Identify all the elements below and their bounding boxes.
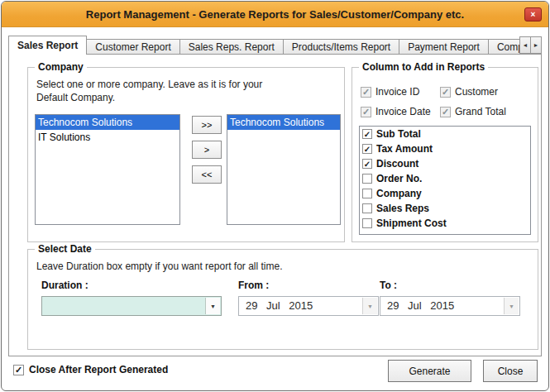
list-item[interactable]: Technocom Solutions	[227, 115, 340, 130]
checkbox-box: ✓	[361, 107, 371, 117]
checkbox-box[interactable]: ✓	[13, 365, 24, 375]
down-triangle-icon: ▼	[210, 304, 216, 309]
chevron-right-icon: ►	[533, 42, 539, 48]
checkmark-icon: ✓	[364, 160, 371, 169]
tab-customer-report[interactable]: Customer Report	[86, 39, 179, 55]
checkbox-label: Order No.	[376, 173, 422, 184]
checkbox-invoice-id: ✓ Invoice ID	[361, 86, 433, 98]
tab-strip: Sales Report Customer Report Sales Reps.…	[8, 36, 542, 55]
checkmark-icon: ✓	[362, 108, 370, 117]
checkbox-label: Grand Total	[455, 106, 506, 117]
checkbox-sales-reps[interactable]: Sales Reps	[360, 201, 530, 216]
checkbox-company[interactable]: Company	[360, 186, 530, 201]
checkbox-label: Tax Amount	[376, 143, 433, 155]
generate-button[interactable]: Generate	[388, 360, 471, 382]
checkbox-box: ✓	[361, 87, 371, 98]
move-right-button[interactable]: >	[192, 141, 222, 159]
to-date-value: 29 Jul 2015	[380, 297, 519, 315]
tab-scroll-right-button[interactable]: ►	[530, 36, 542, 54]
company-group-description: Select one or more company. Leave as it …	[36, 78, 285, 104]
checkmark-icon: ✓	[364, 130, 371, 139]
list-item[interactable]: IT Solutions	[36, 130, 179, 145]
checkbox-grand-total: ✓ Grand Total	[440, 106, 531, 117]
from-date-value: 29 Jul 2015	[239, 297, 378, 315]
checkbox-box[interactable]	[362, 218, 372, 228]
close-after-report-checkbox[interactable]: ✓ Close After Report Generated	[13, 364, 168, 375]
checkbox-label: Sales Reps	[376, 203, 429, 214]
checkbox-label: Customer	[455, 86, 498, 98]
columns-group: Column to Add in Reports ✓ Invoice ID ✓ …	[352, 67, 538, 242]
list-item[interactable]: Technocom Solutions	[36, 115, 179, 130]
checkbox-sub-total[interactable]: ✓ Sub Total	[360, 127, 530, 141]
sales-report-panel: Company Select one or more company. Leav…	[8, 54, 542, 356]
checkbox-box[interactable]: ✓	[362, 129, 372, 139]
checkbox-customer: ✓ Customer	[440, 86, 531, 98]
close-button[interactable]: Close	[483, 360, 538, 382]
from-date-picker[interactable]: 29 Jul 2015 ▼	[238, 296, 379, 316]
checkbox-discount[interactable]: ✓ Discount	[360, 156, 530, 171]
company-group: Company Select one or more company. Leav…	[27, 67, 345, 242]
company-group-title: Company	[35, 61, 87, 73]
checkbox-box[interactable]	[362, 174, 372, 184]
tab-sales-reps-report[interactable]: Sales Reps. Report	[179, 39, 284, 55]
checkmark-icon: ✓	[442, 108, 449, 117]
window-title: Report Management - Generate Reports for…	[2, 2, 548, 27]
chevron-left-icon: ◄	[523, 42, 528, 48]
checkbox-box[interactable]	[362, 189, 372, 198]
tab-sales-report[interactable]: Sales Report	[8, 36, 87, 55]
close-icon: ×	[531, 10, 536, 19]
fixed-columns: ✓ Invoice ID ✓ Customer ✓ Invoice Date ✓…	[361, 86, 531, 117]
available-companies-list[interactable]: Technocom Solutions IT Solutions	[35, 114, 180, 225]
checkmark-icon: ✓	[15, 366, 22, 375]
close-after-report-label: Close After Report Generated	[29, 364, 168, 375]
checkbox-tax-amount[interactable]: ✓ Tax Amount	[360, 141, 530, 156]
checkbox-shipment-cost[interactable]: Shipment Cost	[360, 216, 530, 231]
checkbox-label: Sub Total	[376, 128, 421, 140]
titlebar: Report Management - Generate Reports for…	[2, 2, 548, 27]
checkmark-icon: ✓	[364, 145, 371, 154]
checkbox-label: Invoice ID	[375, 86, 419, 98]
checkbox-box: ✓	[440, 107, 451, 117]
select-date-group: Select Date Leave Duration box empty if …	[27, 249, 538, 350]
dropdown-arrow-icon[interactable]: ▼	[504, 298, 519, 314]
checkbox-order-no[interactable]: Order No.	[360, 171, 530, 186]
checkbox-invoice-date: ✓ Invoice Date	[361, 106, 433, 117]
duration-label: Duration :	[41, 280, 88, 291]
duration-combobox[interactable]: ▼	[41, 296, 222, 316]
selected-companies-list[interactable]: Technocom Solutions	[227, 114, 341, 225]
from-label: From :	[238, 280, 269, 291]
checkmark-icon: ✓	[442, 88, 449, 97]
select-date-group-title: Select Date	[35, 243, 95, 255]
to-label: To :	[380, 280, 397, 291]
move-all-left-button[interactable]: <<	[192, 165, 222, 184]
checkbox-box: ✓	[440, 87, 451, 98]
columns-group-title: Column to Add in Reports	[359, 61, 488, 73]
select-date-description: Leave Duration box empty if you want rep…	[36, 260, 516, 273]
down-triangle-icon: ▼	[509, 304, 514, 309]
optional-columns-list[interactable]: ✓ Sub Total ✓ Tax Amount ✓ Discount Orde…	[359, 126, 531, 235]
checkbox-label: Discount	[376, 158, 418, 170]
move-all-right-button[interactable]: >>	[192, 116, 222, 134]
checkbox-label: Company	[376, 188, 422, 199]
report-management-dialog: Report Management - Generate Reports for…	[1, 1, 549, 391]
down-triangle-icon: ▼	[367, 304, 373, 309]
tab-products-items-report[interactable]: Products/Items Report	[283, 39, 399, 55]
tab-payment-report[interactable]: Payment Report	[399, 39, 489, 55]
checkmark-icon: ✓	[362, 88, 370, 97]
checkbox-box[interactable]	[362, 203, 372, 213]
dropdown-arrow-icon[interactable]: ▼	[205, 298, 220, 314]
checkbox-label: Invoice Date	[375, 106, 431, 117]
window-close-button[interactable]: ×	[524, 7, 542, 22]
dropdown-arrow-icon[interactable]: ▼	[362, 298, 377, 314]
checkbox-box[interactable]: ✓	[362, 159, 372, 169]
to-date-picker[interactable]: 29 Jul 2015 ▼	[380, 296, 520, 316]
checkbox-box[interactable]: ✓	[362, 144, 372, 154]
tab-scroll-control: ◄ ►	[519, 36, 542, 54]
checkbox-label: Shipment Cost	[376, 218, 447, 229]
tab-scroll-left-button[interactable]: ◄	[519, 36, 531, 54]
